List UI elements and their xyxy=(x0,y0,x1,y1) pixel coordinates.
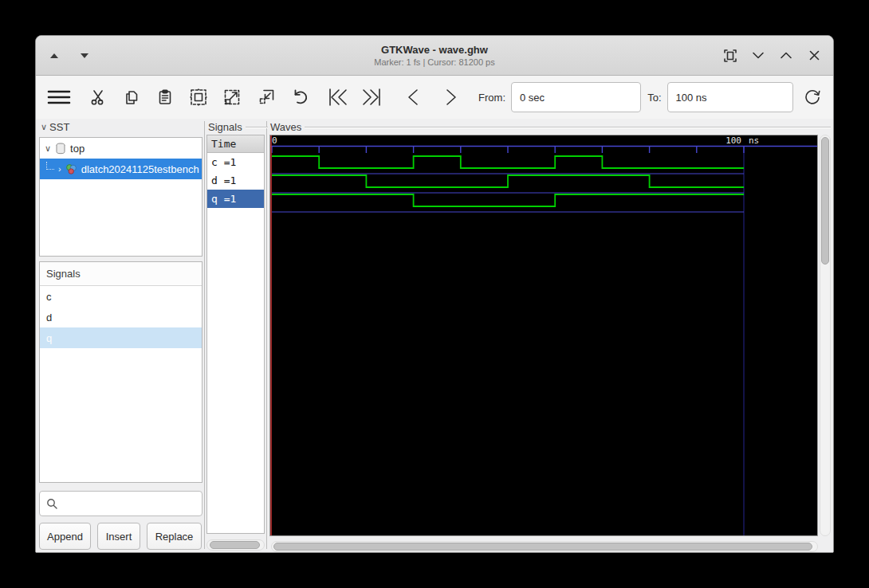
wave-svg: 0100ns xyxy=(270,135,817,535)
sst-expander[interactable]: ∨ SST xyxy=(41,121,69,133)
signal-search-panel: Signals c d q xyxy=(39,261,203,483)
cut-icon[interactable] xyxy=(85,84,111,111)
append-button[interactable]: Append xyxy=(39,523,91,550)
waves-hscrollbar[interactable] xyxy=(271,541,818,552)
waves-hscrollbar-thumb[interactable] xyxy=(273,543,812,551)
names-frame-caption: Signals xyxy=(208,121,268,133)
signal-list-item-d[interactable]: d xyxy=(40,307,202,327)
shade-down-button[interactable] xyxy=(76,47,93,65)
waves-vscrollbar[interactable] xyxy=(820,135,831,536)
zoom-in-icon[interactable] xyxy=(219,84,246,111)
pane-splitter-left[interactable] xyxy=(204,121,205,549)
signal-names-panel: Time c =1 d =1 q =1 xyxy=(206,135,265,534)
fullscreen-icon[interactable] xyxy=(722,48,738,64)
sst-tree: ∨ top › dlatch20241125testbench xyxy=(39,137,203,257)
signal-list-item-q[interactable]: q xyxy=(40,327,202,348)
action-buttons: Append Insert Replace xyxy=(39,523,203,550)
sst-tree-item-label: top xyxy=(70,143,85,155)
titlebar: GTKWave - wave.ghw Marker: 1 fs | Cursor… xyxy=(36,36,833,76)
close-icon[interactable] xyxy=(806,48,822,64)
zoom-out-icon[interactable] xyxy=(253,84,279,111)
pane-splitter-right[interactable] xyxy=(266,121,267,549)
skip-to-start-icon[interactable] xyxy=(324,84,351,111)
shade-up-button[interactable] xyxy=(45,47,63,65)
minimize-icon[interactable] xyxy=(750,48,766,64)
tree-branch-line xyxy=(46,162,54,170)
signal-search-input[interactable] xyxy=(39,491,203,516)
module-icon xyxy=(65,163,77,175)
time-header: Time xyxy=(207,135,264,153)
chevron-down-icon[interactable]: ∨ xyxy=(45,143,51,154)
sst-tree-item-top[interactable]: ∨ top xyxy=(40,138,202,159)
frame-groove-line xyxy=(305,127,831,127)
waves-frame-caption: Waves xyxy=(270,121,831,133)
signal-name-row-d[interactable]: d =1 xyxy=(207,171,264,190)
frame-groove-line xyxy=(246,127,268,127)
menu-icon[interactable] xyxy=(45,84,72,111)
replace-button[interactable]: Replace xyxy=(147,523,202,550)
toolbar: From: 0 sec To: 100 ns xyxy=(36,76,833,119)
signal-name-row-c[interactable]: c =1 xyxy=(207,153,264,171)
names-hscrollbar[interactable] xyxy=(206,539,265,551)
waves-vscrollbar-thumb[interactable] xyxy=(821,137,829,265)
window-title: GTKWave - wave.ghw xyxy=(381,44,488,56)
search-icon xyxy=(46,498,58,510)
paste-icon[interactable] xyxy=(152,84,179,111)
chevron-right-icon[interactable]: › xyxy=(58,164,61,174)
signal-list-header: Signals xyxy=(40,262,202,286)
to-label: To: xyxy=(647,92,661,104)
gtkwave-window: GTKWave - wave.ghw Marker: 1 fs | Cursor… xyxy=(35,35,834,553)
main-area: ∨ SST ∨ top › dlatch20241125te xyxy=(36,120,833,552)
shift-left-icon[interactable] xyxy=(400,84,427,111)
database-icon xyxy=(55,143,66,155)
waves-frame-label: Waves xyxy=(270,121,301,133)
sst-tree-item-label: dlatch20241125testbench xyxy=(81,163,199,175)
signal-list-item-c[interactable]: c xyxy=(40,286,202,307)
undo-icon[interactable] xyxy=(286,84,313,111)
chevron-down-icon: ∨ xyxy=(41,122,47,132)
from-input[interactable]: 0 sec xyxy=(511,82,641,112)
reload-icon[interactable] xyxy=(800,84,826,111)
zoom-fit-icon[interactable] xyxy=(186,84,212,111)
signal-name-row-q[interactable]: q =1 xyxy=(207,190,264,208)
sst-tree-item-dlatch[interactable]: › dlatch20241125testbench xyxy=(40,159,202,179)
from-label: From: xyxy=(478,92,505,104)
sst-label: SST xyxy=(49,121,69,133)
names-hscrollbar-thumb[interactable] xyxy=(210,541,260,549)
to-input[interactable]: 100 ns xyxy=(667,82,793,112)
marker-cursor-status: Marker: 1 fs | Cursor: 81200 ps xyxy=(374,57,494,67)
maximize-icon[interactable] xyxy=(778,48,794,64)
copy-icon[interactable] xyxy=(118,84,144,111)
svg-text:ns: ns xyxy=(749,135,759,146)
svg-text:0: 0 xyxy=(272,135,277,146)
skip-to-end-icon[interactable] xyxy=(359,84,385,111)
svg-text:100: 100 xyxy=(725,135,741,146)
wave-canvas[interactable]: 0100ns xyxy=(269,135,818,536)
insert-button[interactable]: Insert xyxy=(97,523,140,550)
names-frame-label: Signals xyxy=(208,121,242,133)
shift-right-icon[interactable] xyxy=(438,84,465,111)
